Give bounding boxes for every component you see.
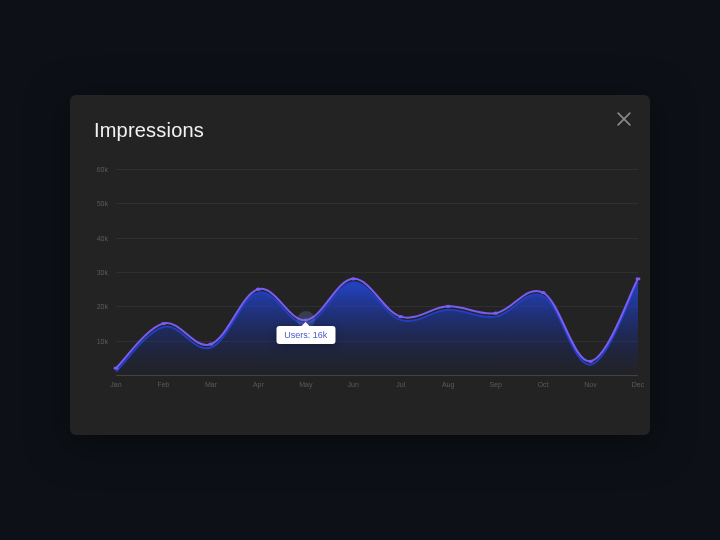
y-tick-label: 40k	[97, 234, 108, 241]
chart-area: 10k20k30k40k50k60k Users: 16k JanFebMarA…	[90, 169, 638, 375]
x-tick-label: Oct	[538, 381, 549, 388]
x-tick-label: Nov	[584, 381, 596, 388]
data-point[interactable]	[447, 306, 450, 307]
data-point[interactable]	[114, 368, 117, 369]
x-axis-labels: JanFebMarAprMayJunJulAugSepOctNovDec	[116, 381, 638, 393]
y-tick-label: 30k	[97, 269, 108, 276]
x-tick-label: Feb	[157, 381, 169, 388]
x-tick-label: Mar	[205, 381, 217, 388]
data-point[interactable]	[542, 292, 545, 293]
x-tick-label: Jan	[110, 381, 121, 388]
x-tick-label: Aug	[442, 381, 454, 388]
x-tick-label: Dec	[632, 381, 644, 388]
plot-region[interactable]: Users: 16k	[116, 169, 638, 375]
x-tick-label: May	[299, 381, 312, 388]
data-point[interactable]	[636, 278, 639, 279]
y-tick-label: 60k	[97, 166, 108, 173]
data-point[interactable]	[304, 319, 307, 320]
chart-card: Impressions 10k20k30k40k50k60k Users: 16…	[70, 95, 650, 435]
x-tick-label: Apr	[253, 381, 264, 388]
tooltip: Users: 16k	[276, 326, 335, 344]
x-tick-label: Jun	[348, 381, 359, 388]
y-axis-labels: 10k20k30k40k50k60k	[90, 169, 112, 375]
chart-svg	[116, 169, 638, 375]
close-icon	[614, 109, 634, 129]
x-tick-label: Jul	[396, 381, 405, 388]
close-button[interactable]	[614, 109, 634, 129]
gridline-base	[116, 375, 638, 376]
data-point[interactable]	[162, 323, 165, 324]
y-tick-label: 20k	[97, 303, 108, 310]
data-point[interactable]	[352, 278, 355, 279]
x-tick-label: Sep	[489, 381, 501, 388]
data-point[interactable]	[494, 313, 497, 314]
data-point[interactable]	[209, 343, 212, 344]
y-tick-label: 10k	[97, 337, 108, 344]
page-title: Impressions	[94, 119, 204, 142]
data-point[interactable]	[399, 316, 402, 317]
y-tick-label: 50k	[97, 200, 108, 207]
data-point[interactable]	[589, 361, 592, 362]
data-point[interactable]	[257, 289, 260, 290]
